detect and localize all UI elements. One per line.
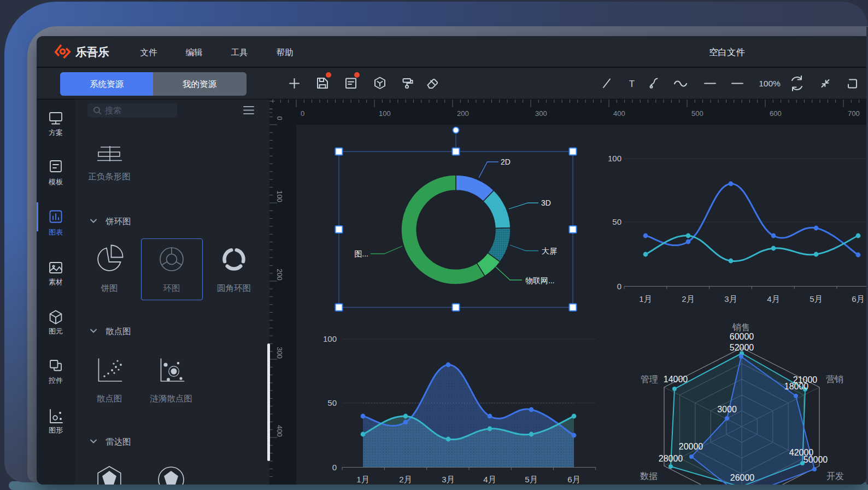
svg-text:5月: 5月 [525,475,537,484]
svg-text:散点图: 散点图 [105,326,131,336]
svg-text:模板: 模板 [48,178,63,186]
svg-text:20000: 20000 [679,442,703,451]
svg-text:1月: 1月 [639,294,652,304]
svg-text:400: 400 [613,109,625,118]
svg-text:3月: 3月 [724,294,737,304]
svg-text:图元: 图元 [49,327,63,335]
svg-text:文件: 文件 [140,48,158,57]
svg-text:50: 50 [612,217,621,226]
svg-text:100: 100 [275,190,284,202]
svg-text:500: 500 [691,109,703,118]
svg-text:饼图: 饼图 [101,283,118,293]
svg-text:图表: 图表 [49,228,63,236]
svg-text:50000: 50000 [804,455,828,464]
svg-text:0: 0 [332,463,337,472]
svg-text:300: 300 [275,347,284,359]
svg-text:5月: 5月 [810,294,822,304]
svg-text:18000: 18000 [784,382,809,391]
svg-text:正负条形图: 正负条形图 [88,172,131,181]
svg-text:编辑: 编辑 [186,48,203,57]
svg-text:帮助: 帮助 [277,48,294,57]
svg-text:1月: 1月 [356,475,369,484]
svg-text:50: 50 [327,398,337,407]
svg-text:圆角环图: 圆角环图 [217,283,251,293]
svg-text:搜索: 搜索 [105,106,121,115]
svg-text:600: 600 [770,109,782,118]
svg-text:工具: 工具 [231,48,248,57]
svg-text:6月: 6月 [852,294,864,304]
svg-text:100%: 100% [759,79,781,88]
svg-text:60000: 60000 [730,332,754,341]
svg-text:物联网...: 物联网... [525,276,555,285]
svg-text:6月: 6月 [567,475,580,484]
svg-text:营销: 营销 [826,375,843,384]
svg-text:300: 300 [535,109,547,118]
svg-text:14000: 14000 [664,375,688,384]
svg-text:100: 100 [608,154,621,163]
svg-text:200: 200 [275,269,284,281]
svg-text:4月: 4月 [767,294,779,304]
svg-text:0: 0 [301,109,304,118]
svg-text:T: T [629,79,635,89]
svg-text:控件: 控件 [48,376,63,384]
svg-text:开发: 开发 [826,471,844,481]
svg-text:管理: 管理 [641,375,658,384]
svg-text:饼环图: 饼环图 [105,217,131,226]
svg-text:0: 0 [617,282,621,291]
svg-text:700: 700 [848,109,860,118]
svg-text:52000: 52000 [730,343,754,352]
svg-text:大屏: 大屏 [542,247,557,255]
svg-text:空白文件: 空白文件 [709,47,745,57]
svg-text:散点图: 散点图 [97,394,122,403]
svg-text:2月: 2月 [682,294,694,304]
svg-text:200: 200 [457,109,469,118]
svg-text:涟漪散点图: 涟漪散点图 [150,394,192,403]
svg-text:4月: 4月 [483,475,496,484]
svg-text:100: 100 [379,109,391,118]
svg-text:2月: 2月 [399,475,412,484]
svg-text:26000: 26000 [730,473,755,482]
svg-text:100: 100 [323,334,337,343]
svg-text:图形: 图形 [49,426,63,434]
svg-text:3D: 3D [541,199,551,207]
svg-text:28000: 28000 [659,454,683,463]
svg-text:销售: 销售 [732,323,750,332]
svg-text:环图: 环图 [163,283,180,293]
svg-text:雷达图: 雷达图 [105,437,131,446]
svg-text:3000: 3000 [717,405,737,414]
svg-text:2D: 2D [501,158,511,166]
svg-text:我的资源: 我的资源 [183,79,217,89]
svg-text:数据: 数据 [640,471,658,481]
svg-text:0: 0 [275,116,284,120]
svg-text:图...: 图... [354,249,368,258]
svg-text:系统资源: 系统资源 [90,79,124,89]
svg-text:400: 400 [275,425,284,437]
svg-text:素材: 素材 [49,278,63,286]
svg-text:3月: 3月 [442,475,454,484]
svg-text:方案: 方案 [49,129,63,137]
svg-text:乐吾乐: 乐吾乐 [75,45,109,58]
